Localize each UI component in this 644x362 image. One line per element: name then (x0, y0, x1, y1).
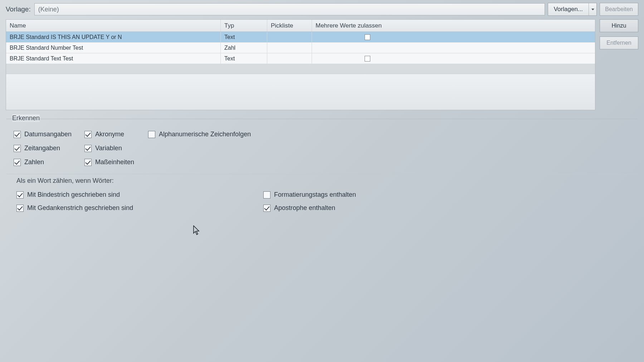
vorlage-combobox[interactable]: (Keine) (34, 3, 545, 15)
col-header-picklist[interactable]: Pickliste (267, 20, 312, 31)
check-label: Datumsangaben (24, 131, 72, 138)
bearbeiten-button[interactable]: Bearbeiten (600, 3, 638, 16)
check-datumsangaben[interactable]: Datumsangaben (14, 131, 82, 138)
cell-multi (312, 53, 423, 64)
check-label: Apostrophe enthalten (274, 204, 335, 212)
col-header-type[interactable]: Typ (221, 20, 267, 31)
checkbox-icon (16, 205, 24, 212)
check-label: Mit Bindestrich geschrieben sind (27, 191, 120, 199)
cell-name: BRJE Standard IS THIS AN UPDATE Y or N (6, 32, 221, 42)
cell-picklist (267, 43, 312, 53)
check-formattags[interactable]: Formatierungstags enthalten (263, 191, 406, 199)
cell-picklist (267, 53, 312, 64)
checkbox-icon (263, 191, 270, 199)
bearbeiten-button-label: Bearbeiten (605, 6, 633, 13)
table-row[interactable]: BRJE Standard IS THIS AN UPDATE Y or NTe… (6, 32, 595, 43)
mouse-cursor-icon (193, 225, 200, 238)
word-count-section: Als ein Wort zählen, wenn Wörter: Mit Bi… (6, 174, 638, 218)
checkbox-icon (263, 205, 270, 212)
cell-multi (312, 32, 423, 42)
table-side-buttons: Hinzu Entfernen (600, 19, 638, 49)
word-count-grid: Mit Bindestrich geschrieben sind Mit Ged… (16, 191, 631, 212)
vorlagen-button-label: Vorlagen... (548, 6, 589, 13)
cell-multi (312, 43, 423, 53)
col-header-name[interactable]: Name (6, 20, 221, 31)
table-row[interactable]: BRJE Standard Text TestText (6, 53, 595, 64)
vorlage-label: Vorlage: (6, 5, 31, 13)
erkennen-options-grid: Datumsangaben Akronyme Alphanumerische Z… (6, 121, 638, 174)
checkbox-icon (84, 131, 92, 138)
check-label: Zahlen (24, 158, 44, 166)
table-row[interactable]: BRJE Standard Number TestZahl (6, 43, 595, 53)
hinzu-button[interactable]: Hinzu (600, 19, 638, 32)
checkbox-icon (84, 145, 92, 152)
check-label: Formatierungstags enthalten (274, 191, 356, 199)
row-multi-checkbox[interactable] (365, 34, 370, 40)
check-label: Mit Gedankenstrich geschrieben sind (27, 204, 133, 212)
cell-picklist (267, 32, 312, 42)
check-label: Maßeinheiten (95, 158, 134, 166)
table-empty-row (6, 64, 595, 74)
check-bindestrich[interactable]: Mit Bindestrich geschrieben sind (16, 191, 249, 199)
cell-type: Text (221, 32, 267, 42)
check-label: Alphanumerische Zeichenfolgen (159, 131, 251, 138)
erkennen-legend: Erkennen (10, 114, 42, 122)
checkbox-icon (84, 159, 92, 166)
fields-table[interactable]: Name Typ Pickliste Mehrere Werte zulasse… (6, 19, 595, 110)
fields-table-body: BRJE Standard IS THIS AN UPDATE Y or NTe… (6, 32, 595, 110)
cell-type: Zahl (221, 43, 267, 53)
word-col-left: Mit Bindestrich geschrieben sind Mit Ged… (16, 191, 249, 212)
fields-table-area: Name Typ Pickliste Mehrere Werte zulasse… (0, 19, 644, 110)
check-apostrophe[interactable]: Apostrophe enthalten (263, 204, 406, 212)
checkbox-icon (14, 159, 21, 166)
table-filler (6, 74, 595, 110)
check-label: Akronyme (95, 131, 124, 138)
checkbox-icon (14, 145, 21, 152)
fields-table-header: Name Typ Pickliste Mehrere Werte zulasse… (6, 20, 595, 32)
check-label: Variablen (95, 145, 122, 152)
check-akronyme[interactable]: Akronyme (84, 131, 145, 138)
check-label: Zeitangaben (24, 145, 60, 152)
col-header-multi[interactable]: Mehrere Werte zulassen (312, 20, 423, 31)
check-variablen[interactable]: Variablen (84, 145, 145, 152)
vorlage-combo-value: (Keine) (38, 6, 59, 13)
hinzu-button-label: Hinzu (612, 23, 626, 29)
cell-type: Text (221, 53, 267, 64)
cell-name: BRJE Standard Number Test (6, 43, 221, 53)
chevron-down-icon (591, 9, 594, 10)
check-zeitangaben[interactable]: Zeitangaben (14, 145, 82, 152)
vorlagen-dropdown-toggle[interactable] (589, 3, 596, 15)
word-col-right: Formatierungstags enthalten Apostrophe e… (263, 191, 406, 212)
check-masseinheiten[interactable]: Maßeinheiten (84, 158, 145, 166)
checkbox-icon (148, 131, 155, 138)
erkennen-fieldset: Erkennen Datumsangaben Akronyme Alphanum… (6, 119, 638, 174)
check-gedankenstrich[interactable]: Mit Gedankenstrich geschrieben sind (16, 204, 249, 212)
row-multi-checkbox[interactable] (365, 56, 370, 62)
word-count-heading: Als ein Wort zählen, wenn Wörter: (16, 177, 631, 185)
entfernen-button-label: Entfernen (606, 40, 631, 46)
vorlagen-button[interactable]: Vorlagen... (548, 3, 597, 16)
check-zahlen[interactable]: Zahlen (14, 158, 82, 166)
cell-name: BRJE Standard Text Test (6, 53, 221, 64)
checkbox-icon (14, 131, 21, 138)
settings-panel: Vorlage: (Keine) Vorlagen... Bearbeiten … (0, 0, 644, 218)
checkbox-icon (16, 191, 24, 199)
check-alphanum[interactable]: Alphanumerische Zeichenfolgen (148, 131, 255, 138)
entfernen-button[interactable]: Entfernen (600, 36, 638, 49)
template-selector-row: Vorlage: (Keine) Vorlagen... Bearbeiten (0, 3, 644, 19)
